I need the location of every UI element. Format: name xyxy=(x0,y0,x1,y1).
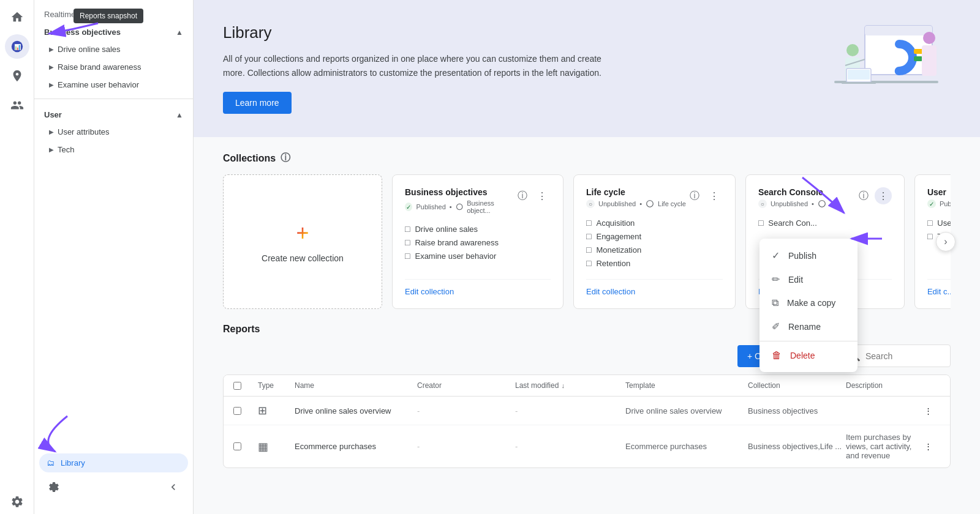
search-input[interactable] xyxy=(865,351,939,361)
row-name: Ecommerce purchases xyxy=(295,442,417,451)
edit-collection-link[interactable]: Edit collection xyxy=(405,287,454,296)
card-more-button[interactable]: ⋮ xyxy=(706,187,723,204)
row-creator: - xyxy=(417,406,515,415)
row-checkbox[interactable] xyxy=(233,407,241,415)
sidebar-section-business-objectives[interactable]: Business objectives ▲ xyxy=(34,21,193,40)
table-header: Type Name Creator Last modified ↓ Templa… xyxy=(224,375,950,397)
card-title-area: Search Console ○ Unpublished • xyxy=(758,187,855,208)
sidebar-library-item[interactable]: 🗂 Library xyxy=(39,453,188,472)
sidebar-item-drive-online-sales[interactable]: ▶ Drive online sales xyxy=(34,40,193,58)
card-item: □ Monetization xyxy=(586,245,723,255)
explore-icon[interactable] xyxy=(5,64,29,88)
sidebar-section-user[interactable]: User ▲ xyxy=(34,104,193,123)
svg-text:📊: 📊 xyxy=(13,43,21,51)
create-collection-card[interactable]: + Create new collection xyxy=(223,174,382,309)
card-more-button[interactable]: ⋮ xyxy=(533,187,551,204)
menu-item-copy[interactable]: ⧉ Make a copy xyxy=(760,291,858,315)
status-label: Published xyxy=(416,203,445,210)
sidebar-item-tech[interactable]: ▶ Tech xyxy=(34,141,193,158)
header-more xyxy=(916,381,940,390)
card-title: User xyxy=(927,187,951,197)
card-actions: ⓘ ⋮ xyxy=(514,187,551,204)
icon-rail: 📊 xyxy=(0,0,34,514)
collections-label: Collections xyxy=(223,153,276,164)
table-row: ⊞ Drive online sales overview - - Drive … xyxy=(224,397,950,425)
row-name: Drive online sales overview xyxy=(295,406,417,415)
scroll-right-button[interactable]: › xyxy=(936,232,956,251)
card-more-button-active[interactable]: ⋮ xyxy=(875,187,892,204)
header-collection: Collection xyxy=(748,381,846,390)
delete-icon: 🗑 xyxy=(772,350,782,361)
card-header: Business objectives ✓ Published • Busine… xyxy=(405,187,551,214)
reports-snapshot-tooltip: Reports snapshot xyxy=(74,9,143,23)
settings-icon-bottom[interactable] xyxy=(5,490,29,514)
menu-copy-label: Make a copy xyxy=(787,298,835,308)
hero-content: Library All of your collections and repo… xyxy=(223,23,603,114)
collapse-icon[interactable] xyxy=(164,477,183,497)
header-name: Name xyxy=(295,381,417,390)
row-modified: - xyxy=(515,406,625,415)
edit-icon: ✏ xyxy=(772,274,780,285)
card-info-button[interactable]: ⓘ xyxy=(514,187,531,204)
svg-rect-11 xyxy=(922,45,937,76)
card-title: Search Console xyxy=(758,187,855,197)
row-check xyxy=(233,407,258,415)
collections-section: Collections ⓘ + Create new collection Bu… xyxy=(194,137,980,324)
chevron-up-icon-2: ▲ xyxy=(176,111,183,119)
row-more[interactable]: ⋮ xyxy=(916,406,940,415)
collections-info-icon[interactable]: ⓘ xyxy=(281,152,290,165)
bullet-icon: ▶ xyxy=(49,128,54,135)
reports-table: Type Name Creator Last modified ↓ Templa… xyxy=(223,374,951,468)
published-status-icon: ✓ xyxy=(927,199,936,208)
row-more[interactable]: ⋮ xyxy=(916,442,940,451)
section-title-user: User xyxy=(44,110,62,119)
bullet-icon: ▶ xyxy=(49,81,54,88)
card-info-button[interactable]: ⓘ xyxy=(686,187,703,204)
table-row: ▦ Ecommerce purchases - - Ecommerce purc… xyxy=(224,425,950,467)
library-label: Library xyxy=(61,458,85,467)
bullet-icon: ▶ xyxy=(49,146,54,153)
hero-description: All of your collections and reports orga… xyxy=(223,52,603,80)
card-header: User ✓ Publ... xyxy=(927,187,951,208)
select-all-checkbox[interactable] xyxy=(233,382,241,390)
card-status: ✓ Publ... xyxy=(927,199,951,208)
card-header: Life cycle ○ Unpublished • Life cycle ⓘ xyxy=(586,187,723,208)
edit-collection-link[interactable]: Edit collection xyxy=(586,287,635,296)
sidebar-item-user-attributes[interactable]: ▶ User attributes xyxy=(34,123,193,141)
card-items: □ Drive online sales □ Raise brand aware… xyxy=(405,224,551,272)
reports-section: Reports + Create new report 🔍 Type Name … xyxy=(194,324,980,483)
card-footer: Edit collection xyxy=(586,279,723,296)
row-template: Drive online sales overview xyxy=(625,406,748,415)
header-description: Description xyxy=(846,381,916,390)
home-icon[interactable] xyxy=(5,5,29,29)
grid-icon: ⊞ xyxy=(258,404,267,417)
audience-icon[interactable] xyxy=(5,93,29,117)
sidebar-item-raise-brand-awareness[interactable]: ▶ Raise brand awareness xyxy=(34,58,193,76)
learn-more-button[interactable]: Learn more xyxy=(223,92,292,114)
sidebar-item-label: Tech xyxy=(58,145,74,154)
row-checkbox[interactable] xyxy=(233,442,241,450)
header-modified[interactable]: Last modified ↓ xyxy=(515,381,625,390)
row-modified: - xyxy=(515,442,625,451)
row-description: Item purchases by views, cart activity, … xyxy=(846,433,916,460)
sidebar: Reports snapshot Realtime Business objec… xyxy=(34,0,194,514)
card-actions: ⓘ ⋮ xyxy=(686,187,723,204)
card-info-button[interactable]: ⓘ xyxy=(855,187,872,204)
settings-icon[interactable] xyxy=(44,477,64,497)
folder-icon: □ xyxy=(927,218,932,228)
menu-item-delete[interactable]: 🗑 Delete xyxy=(760,344,858,367)
menu-item-edit[interactable]: ✏ Edit xyxy=(760,267,858,291)
edit-collection-link[interactable]: Edit c... xyxy=(927,287,951,296)
sidebar-item-label: User attributes xyxy=(58,127,110,136)
sidebar-item-examine-user-behavior[interactable]: ▶ Examine user behavior xyxy=(34,76,193,94)
analytics-icon[interactable]: 📊 xyxy=(5,34,29,59)
menu-item-publish[interactable]: ✓ Publish xyxy=(760,244,858,267)
main-content: Library All of your collections and repo… xyxy=(194,0,980,514)
menu-divider xyxy=(760,341,858,341)
svg-point-10 xyxy=(923,32,935,44)
menu-item-rename[interactable]: ✐ Rename xyxy=(760,315,858,338)
row-collection: Business objectives xyxy=(748,406,846,415)
row-collection: Business objectives,Life ... xyxy=(748,442,846,451)
card-title: Life cycle xyxy=(586,187,686,197)
sidebar-footer xyxy=(34,472,193,502)
